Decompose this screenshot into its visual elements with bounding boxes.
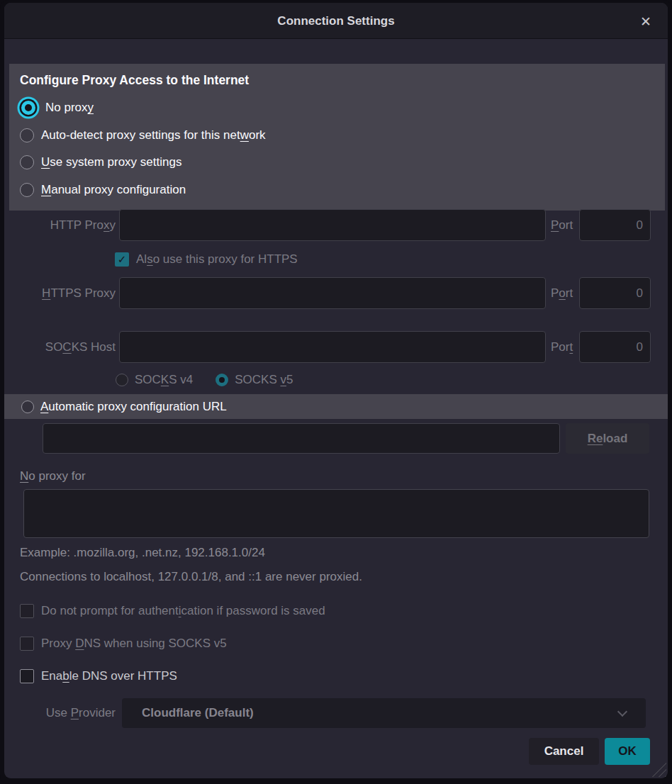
ok-button[interactable]: OK — [605, 738, 650, 765]
dialog-title: Connection Settings — [4, 3, 668, 39]
radio-no-proxy-label: No proxy — [45, 101, 94, 115]
http-proxy-label: HTTP Proxy — [14, 218, 116, 233]
no-proxy-for-label: No proxy for — [20, 469, 86, 484]
reload-button: Reload — [566, 423, 649, 454]
socks-host-label: SOCKS Host — [14, 340, 116, 354]
radio-auto-detect[interactable]: Auto-detect proxy settings for this netw… — [20, 122, 665, 150]
radio-icon[interactable] — [20, 128, 34, 142]
proxy-dns-checkbox-row: Proxy DNS when using SOCKS v5 — [20, 635, 227, 652]
socks-port-label: Port — [551, 340, 578, 354]
https-proxy-label: HTTPS Proxy — [14, 286, 116, 301]
no-prompt-checkbox-row: Do not prompt for authentication if pass… — [20, 603, 325, 620]
checkbox-icon — [20, 604, 34, 618]
no-proxy-example-text: Example: .mozilla.org, .net.nz, 192.168.… — [20, 545, 265, 561]
radio-auto-url-row[interactable]: Automatic proxy configuration URL — [4, 394, 668, 419]
socks-v5-label: SOCKS v5 — [235, 373, 293, 387]
enable-doh-label: Enable DNS over HTTPS — [41, 669, 177, 683]
socks-v4-label: SOCKS v4 — [135, 373, 193, 387]
radio-socks-v5-icon — [215, 374, 228, 386]
auto-url-label: Automatic proxy configuration URL — [40, 400, 227, 414]
socks-port-input — [579, 331, 651, 363]
close-icon[interactable]: ✕ — [635, 11, 656, 32]
dialog-titlebar: Connection Settings ✕ — [4, 3, 668, 39]
radio-socks-v4-icon — [116, 374, 128, 386]
https-proxy-row: HTTPS Proxy Port — [14, 277, 658, 309]
cancel-button[interactable]: Cancel — [529, 738, 599, 765]
http-proxy-input — [119, 209, 546, 241]
checkbox-icon[interactable] — [20, 669, 34, 683]
no-proxy-note-text: Connections to localhost, 127.0.0.1/8, a… — [20, 569, 362, 585]
also-https-checkbox-row: ✓ Also use this proxy for HTTPS — [115, 251, 298, 268]
no-prompt-label: Do not prompt for authentication if pass… — [41, 604, 325, 618]
radio-auto-detect-label: Auto-detect proxy settings for this netw… — [41, 128, 266, 142]
resize-grip[interactable] — [649, 760, 666, 777]
socks-host-input — [119, 331, 546, 363]
http-proxy-row: HTTP Proxy Port — [14, 209, 658, 241]
https-port-input — [579, 277, 651, 309]
dialog-surface: Connection Settings ✕ Configure Proxy Ac… — [4, 3, 668, 778]
radio-manual-proxy-label: Manual proxy configuration — [41, 183, 186, 197]
socks-host-row: SOCKS Host Port — [14, 331, 658, 363]
radio-icon[interactable] — [21, 401, 34, 413]
radio-no-proxy[interactable]: No proxy — [20, 94, 665, 122]
use-provider-label: Use Provider — [14, 706, 116, 720]
connection-settings-dialog: Connection Settings ✕ Configure Proxy Ac… — [0, 0, 672, 784]
auto-url-input — [43, 423, 560, 454]
socks-version-row: SOCKS v4 SOCKS v5 — [116, 370, 293, 390]
checkbox-checked-icon: ✓ — [115, 252, 129, 267]
checkbox-icon — [20, 637, 34, 651]
doh-provider-select: Cloudflare (Default) — [122, 698, 646, 728]
radio-icon[interactable] — [20, 183, 34, 197]
http-port-label: Port — [551, 218, 578, 233]
proxy-mode-panel: Configure Proxy Access to the Internet N… — [9, 64, 665, 211]
radio-icon[interactable] — [20, 155, 34, 169]
https-port-label: Port — [551, 286, 578, 301]
http-port-input — [579, 209, 651, 241]
radio-selected-icon[interactable] — [21, 101, 35, 115]
https-proxy-input — [119, 277, 546, 309]
proxy-dns-label: Proxy DNS when using SOCKS v5 — [41, 637, 227, 651]
radio-manual-proxy[interactable]: Manual proxy configuration — [20, 177, 665, 204]
doh-provider-value: Cloudflare (Default) — [142, 706, 254, 720]
radio-system-proxy[interactable]: Use system proxy settings — [20, 149, 665, 177]
also-https-label: Also use this proxy for HTTPS — [136, 252, 298, 267]
enable-doh-checkbox-row[interactable]: Enable DNS over HTTPS — [20, 668, 177, 685]
chevron-down-icon — [617, 707, 627, 717]
no-proxy-for-textarea — [23, 489, 649, 538]
radio-system-proxy-label: Use system proxy settings — [41, 155, 181, 169]
doh-provider-row: Use Provider — [14, 698, 116, 728]
section-heading: Configure Proxy Access to the Internet — [20, 73, 665, 88]
